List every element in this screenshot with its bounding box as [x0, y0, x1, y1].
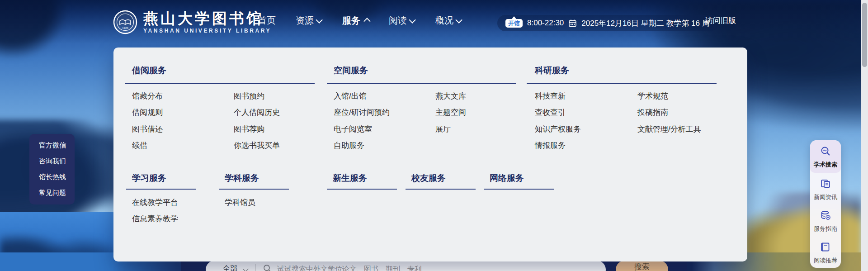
open-status-badge: 开馆: [505, 19, 523, 28]
section-underline: [126, 189, 196, 190]
reading-icon: [820, 242, 831, 252]
toolbar-label: 服务指南: [810, 225, 841, 233]
nav-reading[interactable]: 阅读: [389, 14, 415, 27]
menu-link[interactable]: 学科馆员: [225, 197, 255, 208]
toolbar-label: 阅读推荐: [810, 257, 841, 265]
menu-link[interactable]: 你选书我买单: [234, 140, 280, 151]
menu-link[interactable]: 个人借阅历史: [234, 107, 280, 118]
section-underline: [527, 83, 717, 84]
chevron-down-icon: [316, 16, 323, 24]
right-toolbar: 学术搜索 新闻资讯 服务指南 阅读推荐: [810, 140, 841, 268]
nav-home-label: 首页: [258, 14, 276, 27]
menu-link[interactable]: 信息素养教学: [132, 214, 178, 224]
scrollbar[interactable]: [861, 0, 868, 271]
left-quickbar: 官方微信 咨询我们 馆长热线 常见问题: [29, 134, 75, 204]
chevron-down-icon: [455, 16, 462, 24]
library-title-zh: 燕山大学图书馆: [143, 10, 271, 27]
menu-link[interactable]: 图书荐购: [234, 124, 264, 134]
search-category-select[interactable]: 全部: [223, 264, 237, 271]
scholar-search-icon: [820, 146, 831, 157]
section-title-network: 网络服务: [490, 172, 524, 184]
menu-link[interactable]: 馆藏分布: [132, 91, 163, 101]
news-icon: [820, 178, 831, 189]
section-title-research: 科研服务: [535, 65, 569, 76]
menu-link[interactable]: 座位/研讨间预约: [334, 107, 390, 118]
menu-link[interactable]: 知识产权服务: [535, 124, 581, 134]
menu-link[interactable]: 电子阅览室: [334, 124, 372, 134]
date-text: 2025年12月16日 星期二 教学第 16 周: [581, 18, 709, 29]
quickbar-faq[interactable]: 常见问题: [29, 189, 75, 197]
section-title-space: 空间服务: [334, 65, 368, 76]
nav-overview[interactable]: 概况: [435, 14, 462, 27]
toolbar-label: 学术搜索: [810, 161, 841, 169]
section-underline: [327, 189, 397, 190]
section-underline: [125, 83, 315, 84]
quickbar-director-hotline[interactable]: 馆长热线: [29, 173, 75, 181]
main-nav: 首页 资源 服务 阅读 概况: [258, 0, 462, 41]
library-logo[interactable]: 1920 燕山大学图书馆 YANSHAN UNIVERSITY LIBRARY: [113, 10, 271, 34]
calendar-icon: [568, 19, 577, 28]
menu-link[interactable]: 文献管理/分析工具: [637, 124, 701, 134]
search-button[interactable]: 搜索: [616, 261, 668, 271]
menu-link[interactable]: 自助服务: [334, 140, 364, 151]
menu-link[interactable]: 情报服务: [535, 140, 566, 151]
menu-link[interactable]: 借阅规则: [132, 107, 163, 118]
menu-link[interactable]: 图书借还: [132, 124, 163, 134]
toolbar-scholar-search[interactable]: 学术搜索: [810, 140, 841, 173]
menu-link[interactable]: 在线教学平台: [132, 197, 178, 208]
menu-link[interactable]: 投稿指南: [637, 107, 668, 118]
section-title-alumni: 校友服务: [411, 172, 446, 184]
nav-home[interactable]: 首页: [258, 14, 276, 27]
quickbar-ask-us[interactable]: 咨询我们: [29, 157, 75, 166]
nav-reading-label: 阅读: [389, 14, 407, 27]
chevron-up-icon: [363, 18, 371, 25]
service-guide-icon: [820, 210, 831, 221]
section-underline: [406, 189, 476, 190]
toolbar-reading[interactable]: 阅读推荐: [810, 236, 841, 268]
menu-link[interactable]: 查收查引: [535, 107, 566, 118]
chevron-down-icon: [409, 16, 416, 24]
chevron-down-icon: [243, 266, 249, 271]
old-site-link[interactable]: 访问旧版: [705, 0, 736, 41]
search-placeholder: 试试搜索中外文学位论文、图书、期刊、专利: [277, 265, 422, 271]
section-title-borrowing: 借阅服务: [132, 65, 166, 76]
menu-link[interactable]: 图书预约: [234, 91, 264, 101]
services-mega-menu: 借阅服务 空间服务 科研服务 馆藏分布 借阅规则 图书借还 续借 图书预约 个人…: [113, 48, 747, 261]
nav-services-label: 服务: [342, 14, 360, 27]
site-header: 1920 燕山大学图书馆 YANSHAN UNIVERSITY LIBRARY …: [0, 0, 868, 43]
divider: [255, 264, 256, 271]
menu-link[interactable]: 主题空间: [435, 107, 466, 118]
library-title-en: YANSHAN UNIVERSITY LIBRARY: [143, 28, 271, 34]
library-seal-icon: 1920: [113, 10, 137, 34]
search-input[interactable]: 全部 试试搜索中外文学位论文、图书、期刊、专利: [206, 261, 606, 271]
menu-link[interactable]: 燕大文库: [435, 91, 466, 101]
section-underline: [219, 189, 289, 190]
menu-link[interactable]: 学术规范: [637, 91, 668, 101]
menu-link[interactable]: 续借: [132, 140, 147, 151]
section-underline: [484, 189, 554, 190]
toolbar-service-guide[interactable]: 服务指南: [810, 204, 841, 236]
toolbar-label: 新闻资讯: [810, 193, 841, 201]
opening-hours: 8:00-22:30: [527, 19, 564, 28]
library-status-pill: 开馆 8:00-22:30 2025年12月16日 星期二 教学第 16 周: [497, 15, 718, 31]
section-title-learning: 学习服务: [132, 172, 166, 184]
nav-resources[interactable]: 资源: [296, 14, 322, 27]
nav-overview-label: 概况: [435, 14, 453, 27]
section-underline: [327, 83, 516, 84]
search-icon: [263, 264, 272, 271]
nav-services[interactable]: 服务: [342, 14, 369, 27]
section-title-freshman: 新生服务: [333, 172, 367, 184]
menu-link[interactable]: 展厅: [435, 124, 451, 134]
toolbar-news[interactable]: 新闻资讯: [810, 173, 841, 204]
quickbar-wechat[interactable]: 官方微信: [29, 141, 75, 150]
scrollbar-thumb[interactable]: [862, 3, 867, 67]
section-title-subject: 学科服务: [225, 172, 259, 184]
nav-resources-label: 资源: [296, 14, 314, 27]
menu-link[interactable]: 科技查新: [535, 91, 566, 101]
menu-link[interactable]: 入馆/出馆: [334, 91, 367, 101]
svg-text:1920: 1920: [122, 27, 128, 29]
